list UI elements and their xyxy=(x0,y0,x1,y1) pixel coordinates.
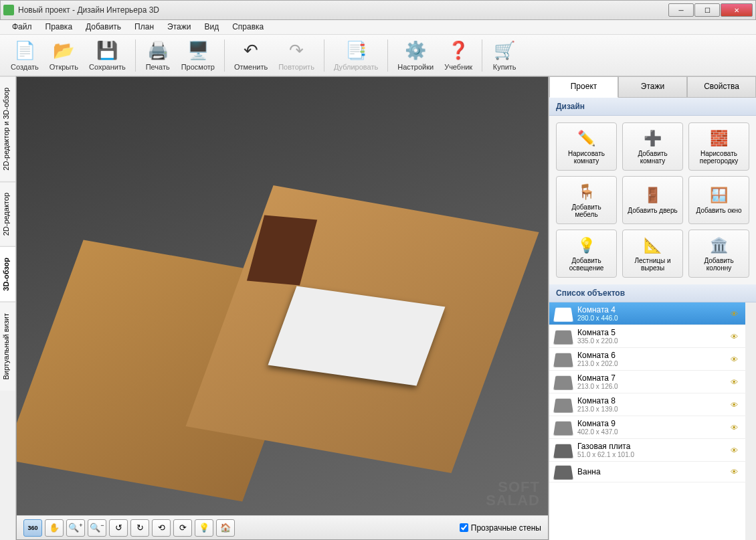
object-dimensions: 213.0 x 126.0 xyxy=(577,383,725,390)
viewtool-pan[interactable]: ✋ xyxy=(45,519,64,537)
undo-button[interactable]: ↶Отменить xyxy=(229,39,273,72)
duplicate-label: Дублировать xyxy=(334,63,378,71)
save-icon: 💾 xyxy=(96,40,118,62)
appliance-icon xyxy=(553,444,573,458)
object-item[interactable]: Комната 8213.0 x 139.0👁 xyxy=(549,393,745,416)
settings-button[interactable]: ⚙️Настройки xyxy=(392,39,439,72)
object-dimensions: 51.0 x 62.1 x 101.0 xyxy=(577,451,725,458)
viewtool-rotate-cw[interactable]: ↻ xyxy=(130,519,149,537)
buy-button[interactable]: 🛒Купить xyxy=(486,39,523,72)
menu-0[interactable]: Файл xyxy=(5,20,39,34)
room-icon xyxy=(553,353,573,367)
add-door-icon: 🚪 xyxy=(644,186,662,205)
design-add-furniture[interactable]: 🪑Добавить мебель xyxy=(556,176,617,224)
object-list[interactable]: Комната 4280.0 x 446.0👁Комната 5335.0 x … xyxy=(549,302,745,540)
viewtool-zoom-in[interactable]: 🔍+ xyxy=(66,519,85,537)
object-name: Комната 8 xyxy=(577,396,725,406)
object-item[interactable]: Газовая плита51.0 x 62.1 x 101.0👁 xyxy=(549,439,745,462)
design-draw-partition[interactable]: 🧱Нарисовать перегородку xyxy=(688,122,749,171)
menu-2[interactable]: Добавить xyxy=(79,20,128,34)
save-label: Сохранить xyxy=(89,63,126,71)
vtab-3d-view[interactable]: 3D-обзор xyxy=(0,246,15,302)
visibility-eye-icon[interactable]: 👁 xyxy=(731,446,740,454)
buy-label: Купить xyxy=(493,63,516,71)
design-add-light[interactable]: 💡Добавить освещение xyxy=(556,230,617,278)
scrollbar[interactable] xyxy=(745,302,756,540)
object-dimensions: 213.0 x 139.0 xyxy=(577,406,725,413)
save-button[interactable]: 💾Сохранить xyxy=(84,39,131,72)
settings-label: Настройки xyxy=(397,63,434,71)
redo-label: Повторить xyxy=(278,63,314,71)
visibility-eye-icon[interactable]: 👁 xyxy=(731,424,740,432)
rtab-project[interactable]: Проект xyxy=(549,76,618,98)
3d-scene[interactable]: SOFT SALAD xyxy=(17,77,548,515)
vertical-tabs: 2D-редактор и 3D-обзор2D-редактор3D-обзо… xyxy=(0,76,16,540)
toolbar-separator xyxy=(324,39,324,72)
maximize-button[interactable]: ☐ xyxy=(694,3,720,17)
design-section-header: Дизайн xyxy=(549,98,756,116)
design-add-column[interactable]: 🏛️Добавить колонну xyxy=(688,230,749,278)
toolbar-separator xyxy=(387,39,388,72)
add-light-label: Добавить освещение xyxy=(559,257,613,272)
room-icon xyxy=(553,307,573,321)
viewtool-tilt-right[interactable]: ⟳ xyxy=(173,519,192,537)
object-item[interactable]: Комната 6213.0 x 202.0👁 xyxy=(549,348,745,371)
new-button[interactable]: 📄Создать xyxy=(5,39,44,72)
design-draw-room[interactable]: ✏️Нарисовать комнату xyxy=(556,122,617,171)
help-label: Учебник xyxy=(444,63,472,71)
viewtool-tilt-left[interactable]: ⟲ xyxy=(152,519,171,537)
rtab-floors[interactable]: Этажи xyxy=(618,76,687,98)
add-window-label: Добавить окно xyxy=(696,207,742,214)
transparent-walls-input[interactable] xyxy=(460,523,468,532)
minimize-button[interactable]: ─ xyxy=(668,3,694,17)
visibility-eye-icon[interactable]: 👁 xyxy=(731,310,740,318)
viewtool-zoom-out[interactable]: 🔍− xyxy=(88,519,106,537)
vtab-2d-editor[interactable]: 2D-редактор xyxy=(0,181,15,246)
add-window-icon: 🪟 xyxy=(710,186,729,205)
draw-room-label: Нарисовать комнату xyxy=(559,150,613,165)
titlebar: Новый проект - Дизайн Интерьера 3D ─ ☐ ✕ xyxy=(0,0,756,20)
design-add-room[interactable]: ➕Добавить комнату xyxy=(622,122,683,171)
object-item[interactable]: Комната 5335.0 x 220.0👁 xyxy=(549,325,745,348)
object-item[interactable]: Комната 9402.0 x 437.0👁 xyxy=(549,416,745,439)
add-furniture-icon: 🪑 xyxy=(577,183,596,201)
design-stairs[interactable]: 📐Лестницы и вырезы xyxy=(622,230,683,278)
object-item[interactable]: Комната 7213.0 x 126.0👁 xyxy=(549,371,745,393)
visibility-eye-icon[interactable]: 👁 xyxy=(731,468,740,476)
room-icon xyxy=(553,330,573,344)
visibility-eye-icon[interactable]: 👁 xyxy=(731,378,740,386)
object-dimensions: 280.0 x 446.0 xyxy=(577,314,725,322)
add-column-icon: 🏛️ xyxy=(710,236,729,255)
viewtool-home[interactable]: 🏠 xyxy=(216,519,235,537)
redo-button[interactable]: ↷Повторить xyxy=(273,39,320,72)
object-item[interactable]: Комната 4280.0 x 446.0👁 xyxy=(549,302,745,325)
transparent-walls-checkbox[interactable]: Прозрачные стены xyxy=(460,523,541,533)
help-button[interactable]: ❓Учебник xyxy=(439,39,478,72)
duplicate-button[interactable]: 📑Дублировать xyxy=(328,39,383,72)
object-item[interactable]: Ванна👁 xyxy=(549,462,745,482)
design-grid: ✏️Нарисовать комнату➕Добавить комнату🧱На… xyxy=(549,116,756,284)
close-button[interactable]: ✕ xyxy=(721,3,753,17)
design-add-window[interactable]: 🪟Добавить окно xyxy=(688,176,749,224)
object-name: Газовая плита xyxy=(577,442,725,451)
menu-1[interactable]: Правка xyxy=(39,20,80,34)
viewtool-light[interactable]: 💡 xyxy=(195,519,213,537)
visibility-eye-icon[interactable]: 👁 xyxy=(731,355,740,363)
visibility-eye-icon[interactable]: 👁 xyxy=(731,333,740,341)
stairs-icon: 📐 xyxy=(644,236,662,255)
rtab-properties[interactable]: Свойства xyxy=(687,76,756,98)
print-button[interactable]: 🖨️Печать xyxy=(140,39,176,72)
vtab-virtual-visit[interactable]: Виртуальный визит xyxy=(0,302,15,391)
design-add-door[interactable]: 🚪Добавить дверь xyxy=(622,176,683,224)
menu-6[interactable]: Справка xyxy=(225,20,270,34)
menu-4[interactable]: Этажи xyxy=(161,20,197,34)
viewtool-rotate-ccw[interactable]: ↺ xyxy=(109,519,128,537)
window-controls: ─ ☐ ✕ xyxy=(668,3,753,17)
visibility-eye-icon[interactable]: 👁 xyxy=(731,401,740,409)
preview-button[interactable]: 🖥️Просмотр xyxy=(176,39,220,72)
vtab-split-view[interactable]: 2D-редактор и 3D-обзор xyxy=(0,76,15,181)
menu-3[interactable]: План xyxy=(128,20,161,34)
open-button[interactable]: 📂Открыть xyxy=(44,39,84,72)
menu-5[interactable]: Вид xyxy=(197,20,225,34)
viewtool-orbit-360[interactable]: 360 xyxy=(23,519,42,537)
